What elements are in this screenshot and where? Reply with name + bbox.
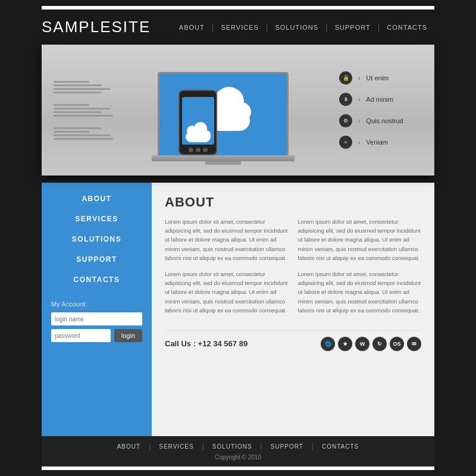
text-line <box>54 84 101 86</box>
laptop-screen <box>158 72 289 155</box>
main-content: ABOUT SERVICES SOLUTIONS SUPPORT CONTACT… <box>42 183 434 436</box>
feature-label-2: Ad minim <box>366 96 393 103</box>
social-icon-w[interactable]: W <box>355 337 369 351</box>
nav-about[interactable]: ABOUT <box>172 24 212 31</box>
wave-icon: ≈ <box>345 139 347 145</box>
footer-nav-solutions[interactable]: SOLUTIONS <box>204 443 261 450</box>
social-icon-globe[interactable]: 🌐 <box>321 337 335 351</box>
phone-btn <box>196 148 201 152</box>
nav-contacts[interactable]: CONTACTS <box>380 24 434 31</box>
feature-label-4: Veniam <box>366 139 388 146</box>
feature-label-1: Ut enim <box>366 74 389 82</box>
laptop-illustration <box>158 72 289 165</box>
login-name-input[interactable] <box>51 312 142 325</box>
text-line <box>54 104 89 106</box>
footer-nav-about[interactable]: ABOUT <box>109 443 149 450</box>
paragraph-3: Lorem ipsum dolor sit amet, consectetur … <box>298 217 422 262</box>
text-line <box>54 108 110 109</box>
social-icon-refresh[interactable]: ↻ <box>372 337 387 351</box>
feature-icon-1: 🔒 <box>339 71 352 84</box>
hero-illustration <box>146 51 312 170</box>
pause-icon: ⏸ <box>343 96 349 102</box>
text-line <box>54 88 110 90</box>
main-nav: ABOUT | SERVICES | SOLUTIONS | SUPPORT |… <box>172 23 434 32</box>
nav-solutions[interactable]: SOLUTIONS <box>268 24 325 31</box>
sidebar-nav: ABOUT SERVICES SOLUTIONS SUPPORT CONTACT… <box>42 183 152 290</box>
bottom-bar <box>42 466 434 470</box>
text-line <box>54 138 113 140</box>
call-us-row: Call Us : +12 34 567 89 🌐 ★ W ↻ OS ✉ <box>165 330 421 351</box>
sidebar-item-contacts[interactable]: CONTACTS <box>42 270 152 290</box>
sidebar-account: My Account: login <box>42 293 152 349</box>
nav-support[interactable]: SUPPORT <box>328 24 378 31</box>
hero-text-block-2 <box>54 104 119 117</box>
feature-label-3: Quis nostrud <box>366 117 403 124</box>
phone-illustration <box>178 90 217 155</box>
hero-text-block-3 <box>54 127 119 140</box>
feature-icon-3: ⚙ <box>339 114 352 127</box>
section-title: ABOUT <box>165 195 421 210</box>
text-line <box>54 111 101 113</box>
social-icons: 🌐 ★ W ↻ OS ✉ <box>321 337 421 351</box>
account-label: My Account: <box>51 300 142 308</box>
header: SAMPLESITE ABOUT | SERVICES | SOLUTIONS … <box>42 10 434 45</box>
login-row: login <box>51 329 142 342</box>
footer-nav-support[interactable]: SUPPORT <box>262 443 312 450</box>
copyright: Copyright © 2010 <box>42 454 434 463</box>
footer-nav-services[interactable]: SERVICES <box>151 443 202 450</box>
hero-text-block-1 <box>54 81 119 93</box>
phone-screen <box>182 97 214 145</box>
feature-item-1: 🔒 › Ut enim <box>339 71 422 84</box>
content-col-left: Lorem ipsum dolor sit amet, consectetur … <box>165 217 289 322</box>
hero-left-text <box>54 81 119 140</box>
sidebar-item-support[interactable]: SUPPORT <box>42 249 152 270</box>
phone-buttons <box>189 148 208 152</box>
feature-arrow: › <box>358 139 360 146</box>
paragraph-1: Lorem ipsum dolor sit amet, consectetur … <box>165 217 289 262</box>
page-wrapper: SAMPLESITE ABOUT | SERVICES | SOLUTIONS … <box>0 0 476 476</box>
footer: ABOUT | SERVICES | SOLUTIONS | SUPPORT |… <box>42 436 434 466</box>
gear-icon: ⚙ <box>343 118 348 124</box>
sidebar: ABOUT SERVICES SOLUTIONS SUPPORT CONTACT… <box>42 183 152 436</box>
feature-arrow: › <box>358 75 360 82</box>
cloud-body <box>186 131 211 142</box>
footer-nav: ABOUT | SERVICES | SOLUTIONS | SUPPORT |… <box>42 442 434 450</box>
feature-icon-2: ⏸ <box>339 93 352 106</box>
social-icon-star[interactable]: ★ <box>338 337 352 351</box>
refresh-icon: ↻ <box>377 341 382 347</box>
nav-services[interactable]: SERVICES <box>214 24 265 31</box>
w-icon: W <box>360 341 365 347</box>
social-icon-mail[interactable]: ✉ <box>407 337 421 351</box>
feature-item-3: ⚙ › Quis nostrud <box>339 114 422 127</box>
password-input[interactable] <box>51 329 111 342</box>
lock-icon: 🔒 <box>343 75 349 81</box>
text-line <box>54 81 89 83</box>
footer-nav-contacts[interactable]: CONTACTS <box>314 443 367 450</box>
content-columns: Lorem ipsum dolor sit amet, consectetur … <box>165 217 421 322</box>
sidebar-item-solutions[interactable]: SOLUTIONS <box>42 229 152 249</box>
feature-item-4: ≈ › Veniam <box>339 136 422 149</box>
laptop-stand <box>205 161 241 165</box>
call-us-text: Call Us : +12 34 567 89 <box>165 339 248 348</box>
paragraph-4: Lorem ipsum dolor sit amet, consectetur … <box>298 270 422 315</box>
globe-icon: 🌐 <box>325 341 331 347</box>
hero-section: 🔒 › Ut enim ⏸ › Ad minim ⚙ › Quis nostru… <box>42 45 434 176</box>
feature-arrow: › <box>358 118 360 124</box>
text-line <box>54 131 89 133</box>
hero-shadow <box>48 176 428 183</box>
phone-btn <box>189 148 193 152</box>
feature-item-2: ⏸ › Ad minim <box>339 93 422 106</box>
text-line <box>54 127 101 129</box>
content-area: ABOUT Lorem ipsum dolor sit amet, consec… <box>152 183 434 436</box>
hero-features: 🔒 › Ut enim ⏸ › Ad minim ⚙ › Quis nostru… <box>339 71 422 149</box>
sidebar-item-about[interactable]: ABOUT <box>42 189 152 209</box>
laptop-base <box>152 155 295 161</box>
text-line <box>54 134 110 136</box>
sidebar-item-services[interactable]: SERVICES <box>42 209 152 229</box>
paragraph-2: Lorem ipsum dolor sit amet, consectetur … <box>165 270 289 315</box>
mail-icon: ✉ <box>412 341 416 347</box>
text-line <box>54 92 101 93</box>
login-button[interactable]: login <box>114 329 142 342</box>
phone-btn <box>203 148 208 152</box>
social-icon-os[interactable]: OS <box>390 337 404 351</box>
